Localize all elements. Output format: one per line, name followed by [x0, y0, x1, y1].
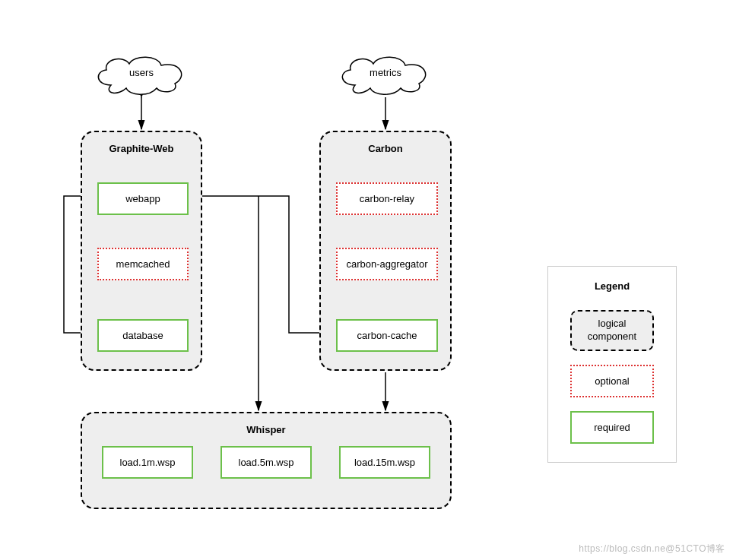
group-graphite-web: Graphite-Web webapp memcached database: [81, 131, 202, 371]
diagram-canvas: users metrics Graphite-Web webapp memcac…: [0, 0, 736, 560]
box-whisper-file-1-label: load.5m.wsp: [239, 457, 294, 468]
box-memcached: memcached: [97, 248, 189, 280]
box-database: database: [97, 319, 189, 352]
box-database-label: database: [122, 330, 163, 341]
legend-logical: logical component: [570, 310, 654, 351]
box-whisper-file-2-label: load.15m.wsp: [354, 457, 415, 468]
group-carbon: Carbon carbon-relay carbon-aggregator ca…: [319, 131, 452, 371]
box-whisper-file-0-label: load.1m.wsp: [120, 457, 176, 468]
group-whisper-title: Whisper: [97, 424, 435, 435]
group-whisper: Whisper load.1m.wsp load.5m.wsp load.15m…: [81, 412, 452, 509]
box-carbon-relay-label: carbon-relay: [360, 193, 414, 204]
legend-required: required: [570, 411, 654, 444]
cloud-metrics-label: metrics: [370, 67, 401, 78]
box-carbon-relay: carbon-relay: [336, 182, 438, 215]
box-whisper-file-2: load.15m.wsp: [339, 446, 430, 479]
legend-logical-label: logical component: [588, 318, 636, 342]
box-carbon-aggregator: carbon-aggregator: [336, 248, 438, 280]
box-carbon-cache: carbon-cache: [336, 319, 438, 352]
legend-optional-label: optional: [595, 375, 630, 387]
cloud-users: users: [88, 50, 195, 96]
box-carbon-aggregator-label: carbon-aggregator: [347, 258, 428, 270]
legend-panel: Legend logical component optional requir…: [547, 266, 677, 463]
group-graphite-web-title: Graphite-Web: [97, 143, 186, 154]
cloud-metrics: metrics: [332, 50, 439, 96]
box-webapp: webapp: [97, 182, 189, 215]
box-webapp-label: webapp: [125, 193, 160, 204]
legend-title: Legend: [563, 280, 661, 292]
group-carbon-title: Carbon: [336, 143, 435, 154]
cloud-users-label: users: [129, 67, 154, 78]
legend-required-label: required: [594, 422, 630, 433]
box-whisper-file-0: load.1m.wsp: [102, 446, 193, 479]
box-memcached-label: memcached: [116, 258, 170, 270]
legend-optional: optional: [570, 365, 654, 397]
box-whisper-file-1: load.5m.wsp: [220, 446, 312, 479]
watermark: https://blog.csdn.ne@51CTO博客: [579, 543, 725, 555]
box-carbon-cache-label: carbon-cache: [357, 330, 417, 341]
